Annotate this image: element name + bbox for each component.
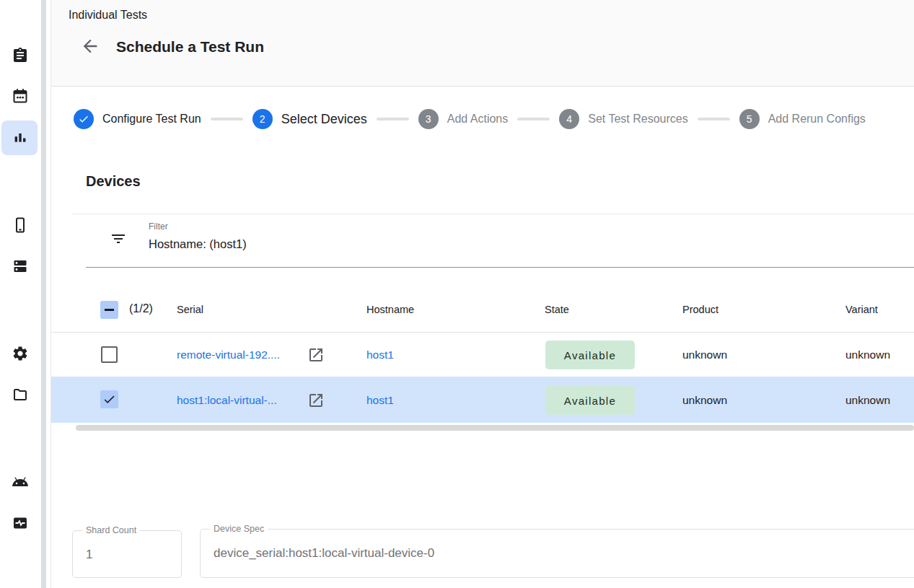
back-arrow-icon[interactable] <box>80 36 100 56</box>
breadcrumb: Individual Tests <box>69 9 147 22</box>
step-add-rerun-configs[interactable]: 5 Add Rerun Configs <box>739 109 866 129</box>
variant-cell: unknown <box>845 348 890 361</box>
host-list-icon[interactable] <box>12 258 29 275</box>
device-row-selected[interactable]: host1:local-virtual-... host1 Available … <box>51 377 914 423</box>
selection-count: (1/2) <box>129 302 153 315</box>
shard-count-label: Shard Count <box>82 525 140 535</box>
bar-chart-icon[interactable] <box>12 129 29 146</box>
folder-icon[interactable] <box>12 386 29 403</box>
page-header: Individual Tests Schedule a Test Run <box>51 0 914 87</box>
filter-list-icon <box>110 230 127 247</box>
row-checkbox-unchecked[interactable] <box>101 346 118 363</box>
step-connector <box>698 118 730 120</box>
step-connector <box>517 118 550 120</box>
step-label: Select Devices <box>281 112 367 127</box>
variant-cell: unknown <box>845 394 890 407</box>
col-header-product: Product <box>682 304 719 315</box>
device-table-header: (1/2) Serial Hostname State Product Vari… <box>51 289 914 333</box>
filter-field-label: Filter <box>149 221 168 232</box>
col-header-hostname: Hostname <box>366 304 414 315</box>
step-5-circle: 5 <box>739 109 760 129</box>
step-set-test-resources[interactable]: 4 Set Test Resources <box>559 109 687 129</box>
step-connector <box>377 118 409 120</box>
device-spec-value: device_serial:host1:local-virtual-device… <box>214 546 434 561</box>
open-in-new-icon[interactable] <box>307 392 325 409</box>
col-header-variant: Variant <box>845 304 878 315</box>
step-label: Configure Test Run <box>102 113 201 126</box>
shard-count-value: 1 <box>86 548 92 562</box>
hostname-link[interactable]: host1 <box>366 348 394 361</box>
stepper: Configure Test Run 2 Select Devices 3 Ad… <box>74 108 866 130</box>
step-add-actions[interactable]: 3 Add Actions <box>418 109 509 129</box>
step-4-circle: 4 <box>559 109 579 129</box>
vertical-scrollbar[interactable] <box>41 0 46 588</box>
step-label: Add Actions <box>447 113 509 126</box>
calendar-icon[interactable] <box>12 87 29 105</box>
left-nav-rail <box>0 0 41 588</box>
horizontal-scrollbar[interactable] <box>76 425 914 431</box>
hostname-link[interactable]: host1 <box>366 394 394 407</box>
main-content: Individual Tests Schedule a Test Run Con… <box>51 0 914 588</box>
shard-count-field[interactable]: Shard Count 1 <box>72 530 182 578</box>
step-1-check-icon <box>74 109 94 129</box>
row-checkbox-checked[interactable] <box>100 390 118 408</box>
smartphone-icon[interactable] <box>12 216 29 234</box>
page-title: Schedule a Test Run <box>116 38 264 56</box>
step-2-circle: 2 <box>252 109 273 129</box>
step-label: Add Rerun Configs <box>768 113 866 126</box>
step-label: Set Test Resources <box>588 113 687 126</box>
device-spec-field[interactable]: Device Spec device_serial:host1:local-vi… <box>200 529 914 578</box>
device-filter-input[interactable]: Filter Hostname: (host1) <box>72 214 914 268</box>
step-select-devices[interactable]: 2 Select Devices <box>252 109 367 129</box>
device-spec-label: Device Spec <box>210 524 268 534</box>
step-3-circle: 3 <box>418 109 439 129</box>
android-icon[interactable] <box>12 473 29 491</box>
serial-link[interactable]: remote-virtual-192.... <box>177 348 280 361</box>
col-header-state: State <box>545 304 569 315</box>
state-badge: Available <box>545 341 635 369</box>
open-in-new-icon[interactable] <box>307 346 325 364</box>
device-row[interactable]: remote-virtual-192.... host1 Available u… <box>51 333 914 377</box>
monitor-pulse-icon[interactable] <box>12 514 29 532</box>
filter-field-value: Hostname: (host1) <box>149 237 247 251</box>
state-badge: Available <box>545 386 635 415</box>
indeterminate-dash <box>105 309 114 311</box>
col-header-serial: Serial <box>177 304 203 315</box>
product-cell: unknown <box>682 348 727 361</box>
settings-gear-icon[interactable] <box>12 345 29 362</box>
product-cell: unknown <box>682 394 727 407</box>
step-connector <box>211 118 243 120</box>
step-configure-test-run[interactable]: Configure Test Run <box>74 109 201 129</box>
devices-section-title: Devices <box>86 173 141 190</box>
serial-link[interactable]: host1:local-virtual-... <box>177 394 277 407</box>
assignment-icon[interactable] <box>12 47 29 64</box>
filter-underline <box>86 267 914 268</box>
select-all-checkbox[interactable] <box>100 301 118 319</box>
